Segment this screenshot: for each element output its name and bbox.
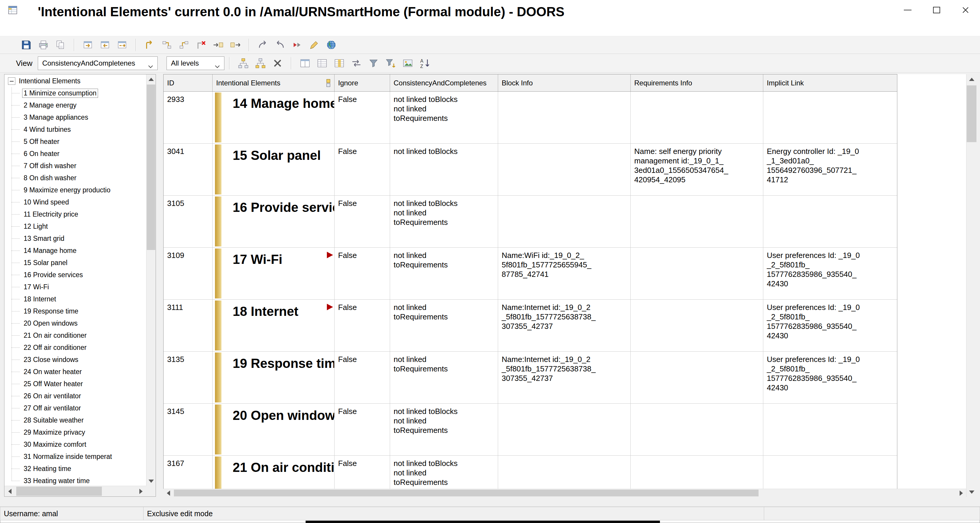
- tree-item[interactable]: 10 Wind speed: [5, 196, 146, 208]
- menu-item[interactable]: [134, 20, 147, 36]
- tree-item[interactable]: 7 Off dish washer: [5, 160, 146, 172]
- tree-item[interactable]: 6 On heater: [5, 148, 146, 160]
- cell-ignore[interactable]: False: [334, 403, 390, 455]
- menu-item[interactable]: [43, 20, 56, 36]
- cell-intentional-element[interactable]: 16 Provide services: [213, 196, 334, 247]
- demote-level-button[interactable]: [252, 55, 269, 71]
- cell-block-info[interactable]: Name:Internet id:_19_0_2 _5f801fb_157772…: [498, 352, 631, 403]
- delete-object-button[interactable]: [269, 55, 286, 71]
- cell-id[interactable]: 3105: [164, 196, 213, 247]
- menu-item[interactable]: [160, 20, 173, 36]
- cell-requirements-info[interactable]: [631, 92, 763, 143]
- menu-item[interactable]: [108, 20, 121, 36]
- scrollbar-thumb[interactable]: [147, 85, 155, 250]
- tree-item[interactable]: 17 Wi-Fi: [5, 281, 146, 293]
- advanced-filter-button[interactable]: [382, 55, 399, 71]
- tree-item[interactable]: 20 Open windows: [5, 317, 146, 330]
- menu-item[interactable]: [17, 20, 30, 36]
- tree-item[interactable]: 23 Close windows: [5, 354, 146, 366]
- column-header-ignore[interactable]: Ignore: [334, 75, 390, 91]
- tree-item[interactable]: 16 Provide services: [5, 269, 146, 281]
- cell-ignore[interactable]: False: [334, 92, 390, 143]
- tree-item[interactable]: 19 Response time: [5, 305, 146, 317]
- menu-item[interactable]: [82, 20, 95, 36]
- scroll-left-button[interactable]: [5, 486, 15, 497]
- split-view-button[interactable]: [296, 55, 313, 71]
- tree-item[interactable]: 5 Off heater: [5, 136, 146, 148]
- link-indicators-button[interactable]: [288, 37, 305, 53]
- minimize-button[interactable]: [893, 0, 922, 20]
- table-row[interactable]: 3111 18 Internet False not linked toRequ…: [164, 300, 897, 352]
- tree-item[interactable]: 28 Suitable weather: [5, 414, 146, 426]
- cell-consistency[interactable]: not linked toRequirements: [390, 352, 498, 403]
- tree-item[interactable]: 18 Internet: [5, 293, 146, 305]
- tree-item[interactable]: 4 Wind turbines: [5, 123, 146, 136]
- edit-links-button[interactable]: [305, 37, 323, 53]
- scroll-down-button[interactable]: [146, 476, 156, 486]
- tree-item[interactable]: 15 Solar panel: [5, 257, 146, 269]
- scroll-right-button[interactable]: [956, 489, 966, 497]
- column-header-id[interactable]: ID: [164, 75, 213, 91]
- menu-item[interactable]: [147, 20, 160, 36]
- cell-requirements-info[interactable]: [631, 456, 763, 489]
- cell-intentional-element[interactable]: 14 Manage home: [213, 92, 334, 143]
- cell-id[interactable]: 3135: [164, 352, 213, 403]
- scrollbar-thumb[interactable]: [174, 490, 759, 496]
- tree-vertical-scrollbar[interactable]: [146, 75, 156, 486]
- cell-requirements-info[interactable]: Name: self energy priority management id…: [631, 144, 763, 195]
- save-button[interactable]: [18, 37, 35, 53]
- cell-id[interactable]: 3109: [164, 248, 213, 299]
- cell-consistency[interactable]: not linked toBlocks not linked toRequire…: [390, 403, 498, 455]
- collapse-icon[interactable]: [8, 77, 15, 85]
- column-header-requirements-info[interactable]: Requirements Info: [631, 75, 763, 91]
- scroll-left-button[interactable]: [163, 489, 173, 497]
- tree-item[interactable]: 25 Off Water heater: [5, 378, 146, 390]
- scroll-up-button[interactable]: [966, 74, 977, 84]
- cell-id[interactable]: 3145: [164, 403, 213, 455]
- cell-intentional-element[interactable]: 21 On air conditioner: [213, 456, 334, 489]
- view-selector[interactable]: ConsistencyAndCompletenes: [38, 56, 158, 70]
- level-selector[interactable]: All levels: [167, 56, 224, 70]
- create-link-button[interactable]: [141, 37, 158, 53]
- compare-button[interactable]: [348, 55, 365, 71]
- column-settings-button[interactable]: [331, 55, 348, 71]
- browser-button[interactable]: [323, 37, 340, 53]
- tree-item[interactable]: 27 Off air ventilator: [5, 402, 146, 414]
- cell-id[interactable]: 3041: [164, 144, 213, 195]
- in-links-button[interactable]: [210, 37, 227, 53]
- tree-item[interactable]: 22 Off air conditioner: [5, 341, 146, 354]
- cell-requirements-info[interactable]: [631, 352, 763, 403]
- table-row[interactable]: 3135 19 Response time False not linked t…: [164, 352, 897, 403]
- tree-item[interactable]: 13 Smart grid: [5, 233, 146, 245]
- cell-intentional-element[interactable]: 19 Response time: [213, 352, 334, 403]
- cell-implicit-link[interactable]: User preferences Id: _19_0 _2_5f801fb_ 1…: [763, 300, 897, 351]
- cell-id[interactable]: 3167: [164, 456, 213, 489]
- cell-implicit-link[interactable]: [763, 456, 897, 489]
- cell-block-info[interactable]: [498, 456, 631, 489]
- cell-ignore[interactable]: False: [334, 300, 390, 351]
- close-button[interactable]: [951, 0, 980, 20]
- tree-root-item[interactable]: Intentional Elements: [5, 75, 146, 87]
- tree-item[interactable]: 12 Light: [5, 220, 146, 233]
- table-row[interactable]: 3105 16 Provide services False not linke…: [164, 196, 897, 248]
- out-links-button[interactable]: [227, 37, 244, 53]
- cell-requirements-info[interactable]: [631, 248, 763, 299]
- table-row[interactable]: 3109 17 Wi-Fi False not linked toRequire…: [164, 248, 897, 300]
- menu-item[interactable]: [56, 20, 69, 36]
- cell-ignore[interactable]: False: [334, 144, 390, 195]
- menu-item[interactable]: [30, 20, 43, 36]
- tree-item[interactable]: 33 Heating water time: [5, 475, 146, 486]
- cell-block-info[interactable]: [498, 92, 631, 143]
- paste-link-button[interactable]: [175, 37, 192, 53]
- print-button[interactable]: [35, 37, 52, 53]
- table-vertical-scrollbar[interactable]: [966, 74, 977, 497]
- maximize-button[interactable]: [922, 0, 951, 20]
- cell-id[interactable]: 2933: [164, 92, 213, 143]
- module-open-button[interactable]: [80, 37, 97, 53]
- cell-implicit-link[interactable]: [763, 92, 897, 143]
- cell-block-info[interactable]: [498, 403, 631, 455]
- table-row[interactable]: 3145 20 Open windows False not linked to…: [164, 403, 897, 456]
- follow-out-link-button[interactable]: [271, 37, 288, 53]
- tree-item[interactable]: 26 On air ventilator: [5, 390, 146, 402]
- scrollbar-thumb[interactable]: [967, 85, 977, 142]
